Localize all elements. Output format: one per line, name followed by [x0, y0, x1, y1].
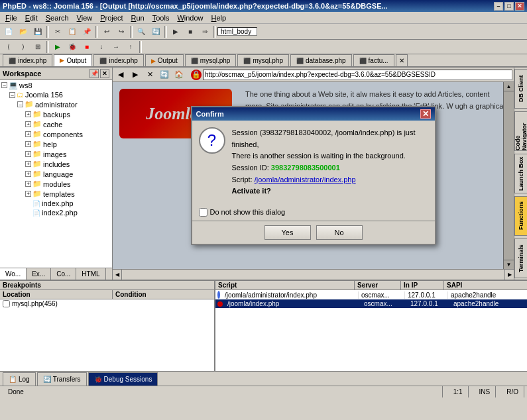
minimize-button[interactable]: – [494, 2, 503, 11]
tab-index-php-2[interactable]: ⬛ index.php [93, 54, 143, 66]
toolbar-redo[interactable]: ↪ [114, 25, 129, 38]
tab-index-php-1[interactable]: ⬛ index.php [3, 54, 52, 66]
tb2-debug[interactable]: 🐞 [65, 40, 80, 54]
right-tab-terminals[interactable]: Terminals [514, 238, 527, 278]
tree-index-php[interactable]: 📄 index.php [0, 199, 112, 208]
tree-joomla156[interactable]: – 🗂 Joomla 156 [0, 90, 112, 99]
expand-language[interactable]: + [25, 171, 31, 177]
expand-modules[interactable]: + [25, 181, 31, 187]
url-bar[interactable] [203, 70, 512, 80]
menu-file[interactable]: File [1, 13, 21, 23]
tree-ws8[interactable]: – 💻 ws8 [0, 80, 112, 90]
right-tab-code-nav[interactable]: Code Navigator [514, 111, 527, 151]
right-tab-functions[interactable]: Functions [514, 196, 527, 236]
tree-backups[interactable]: + 📁 backups [0, 109, 112, 119]
sidebar-tab-wo[interactable]: Wo... [0, 268, 27, 280]
tab-close-btn[interactable]: ✕ [396, 54, 408, 66]
expand-templates[interactable]: + [25, 191, 31, 197]
tree-templates[interactable]: + 📁 templates [0, 189, 112, 199]
modal-no-button[interactable]: No [316, 225, 363, 240]
right-tab-db-client[interactable]: DB Client [514, 69, 527, 109]
toolbar-open[interactable]: 📂 [16, 25, 30, 38]
tb2-btn1[interactable]: ⟨ [1, 40, 16, 54]
tree-modules[interactable]: + 📁 modules [0, 179, 112, 189]
expand-ws8[interactable]: – [1, 82, 7, 88]
bottom-tab-log[interactable]: 📋 Log [3, 372, 36, 386]
tree-help[interactable]: + 📁 help [0, 139, 112, 149]
expand-cache[interactable]: + [25, 121, 31, 127]
close-button[interactable]: ✕ [515, 2, 524, 11]
toolbar-replace[interactable]: 🔄 [148, 25, 163, 38]
browser-hscroll[interactable]: ◀ ▶ [113, 269, 514, 280]
tb2-run[interactable]: ▶ [50, 40, 65, 54]
toolbar-paste[interactable]: 📌 [80, 25, 94, 38]
element-selector[interactable]: html_body [217, 27, 257, 36]
right-tab-launch-box[interactable]: Launch Box [514, 154, 527, 193]
toolbar-undo[interactable]: ↩ [99, 25, 114, 38]
sidebar-tab-co[interactable]: Co... [51, 268, 76, 280]
bp-checkbox-0[interactable] [3, 300, 10, 307]
maximize-button[interactable]: □ [504, 2, 514, 11]
tree-administrator[interactable]: – 📁 administrator [0, 99, 112, 109]
modal-checkbox[interactable] [199, 208, 207, 217]
sidebar-pin-btn[interactable]: 📌 [89, 69, 99, 78]
bottom-tab-debug-sessions[interactable]: 🐞 Debug Sessions [88, 372, 158, 386]
toolbar-find[interactable]: 🔍 [134, 25, 148, 38]
tree-components[interactable]: + 📁 components [0, 129, 112, 139]
expand-backups[interactable]: + [25, 111, 31, 117]
tree-images[interactable]: + 📁 images [0, 149, 112, 159]
tb2-stepover[interactable]: → [109, 40, 123, 54]
expand-administrator[interactable]: – [17, 101, 23, 107]
toolbar-save[interactable]: 💾 [30, 25, 45, 38]
menu-window[interactable]: Window [173, 13, 207, 23]
tab-mysql-php-2[interactable]: ⬛ mysql.php [237, 54, 289, 66]
nav-forward[interactable]: ▶ [129, 69, 142, 81]
tab-mysql-php-1[interactable]: ⬛ mysql.php [185, 54, 237, 66]
expand-joomla156[interactable]: – [9, 92, 15, 98]
tb2-stepinto[interactable]: ↓ [94, 40, 109, 54]
modal-script-value[interactable]: /joomla/administrator/index.php [255, 176, 356, 184]
menu-project[interactable]: Project [96, 13, 127, 23]
expand-images[interactable]: + [25, 151, 31, 157]
toolbar-step[interactable]: ⇒ [198, 25, 212, 38]
script-row-0[interactable]: /joomla/administrator/index.php oscmax..… [215, 290, 527, 299]
menu-run[interactable]: Run [127, 13, 148, 23]
sidebar-tab-html[interactable]: HTML [76, 268, 105, 280]
nav-home[interactable]: 🏠 [172, 69, 186, 81]
menu-view[interactable]: View [73, 13, 97, 23]
toolbar-cut[interactable]: ✂ [50, 25, 65, 38]
tab-output-1[interactable]: ▶ Output [54, 54, 92, 66]
script-row-1[interactable]: /joomla/index.php oscmax... 127.0.0.1 ap… [215, 299, 527, 308]
bp-row-0[interactable]: mysql.php(456) [0, 299, 214, 308]
hscroll-left-btn[interactable]: ◀ [113, 270, 122, 280]
expand-components[interactable]: + [25, 131, 31, 137]
toolbar-stop[interactable]: ■ [183, 25, 198, 38]
tree-includes[interactable]: + 📁 includes [0, 159, 112, 169]
nav-stop[interactable]: ✕ [143, 69, 156, 81]
menu-search[interactable]: Search [42, 13, 73, 23]
nav-refresh[interactable]: 🔄 [158, 69, 171, 81]
tree-cache[interactable]: + 📁 cache [0, 119, 112, 129]
tab-output-2[interactable]: ▶ Output [145, 54, 184, 66]
modal-yes-button[interactable]: Yes [264, 225, 311, 240]
tree-index2-php[interactable]: 📄 index2.php [0, 208, 112, 217]
toolbar-new[interactable]: 📄 [1, 25, 16, 38]
modal-close-button[interactable]: ✕ [420, 109, 431, 119]
toolbar-copy[interactable]: 📋 [65, 25, 80, 38]
tb2-stepout[interactable]: ↑ [123, 40, 138, 54]
tab-database-php[interactable]: ⬛ database.php [290, 54, 352, 66]
expand-includes[interactable]: + [25, 161, 31, 167]
bottom-tab-transfers[interactable]: 🔄 Transfers [37, 372, 87, 386]
tb2-btn2[interactable]: ⟩ [16, 40, 30, 54]
hscroll-right-btn[interactable]: ▶ [504, 270, 514, 280]
tree-language[interactable]: + 📁 language [0, 169, 112, 179]
expand-help[interactable]: + [25, 141, 31, 147]
tb2-btn3[interactable]: ⊞ [30, 40, 45, 54]
menu-help[interactable]: Help [207, 13, 231, 23]
menu-edit[interactable]: Edit [21, 13, 42, 23]
toolbar-debug[interactable]: ▶ [168, 25, 183, 38]
tb2-stop[interactable]: ■ [80, 40, 94, 54]
nav-back[interactable]: ◀ [114, 69, 127, 81]
tab-factu[interactable]: ⬛ factu... [353, 54, 394, 66]
sidebar-close-btn[interactable]: ✕ [100, 69, 109, 78]
